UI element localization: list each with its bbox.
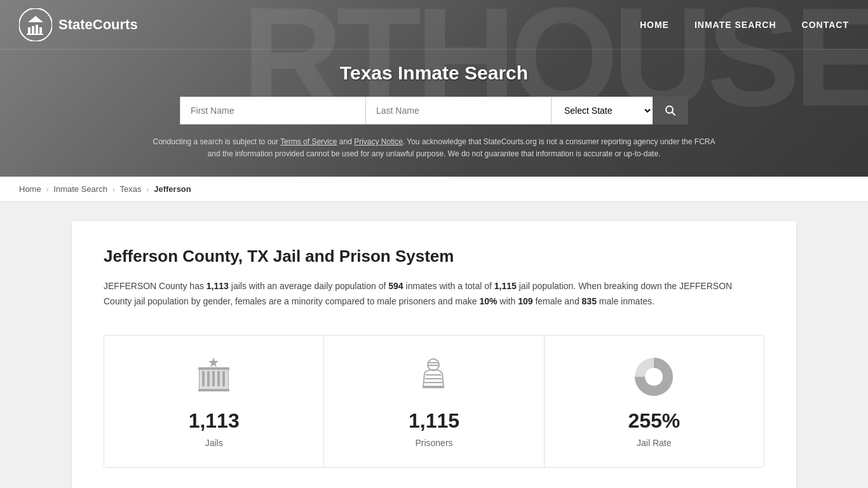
stats-grid: 1,113 Jails	[104, 335, 764, 468]
stat-rate-number: 255%	[628, 409, 680, 433]
breadcrumb-inmate-search[interactable]: Inmate Search	[53, 184, 107, 194]
stat-prisoners: 1,115 Prisoners	[324, 336, 544, 467]
hero-title: Texas Inmate Search	[13, 62, 855, 84]
stat-prisoners-number: 1,115	[409, 409, 459, 433]
desc-female: 109	[518, 296, 532, 306]
svg-rect-5	[27, 34, 43, 35]
logo-icon	[19, 8, 52, 41]
search-icon	[665, 105, 676, 116]
breadcrumb-current: Jefferson	[154, 184, 191, 194]
svg-rect-13	[207, 371, 210, 386]
nav-home[interactable]: HOME	[640, 20, 669, 30]
last-name-input[interactable]	[365, 97, 551, 125]
breadcrumb: Home › Inmate Search › Texas › Jefferson	[0, 177, 868, 202]
content-card: Jefferson County, TX Jail and Prison Sys…	[72, 221, 796, 488]
svg-rect-15	[217, 371, 220, 386]
svg-rect-3	[36, 25, 38, 34]
svg-point-27	[645, 368, 663, 386]
header: RTHOUSE StateCourts HOME INMATE SEARCH C…	[0, 0, 868, 177]
breadcrumb-state[interactable]: Texas	[120, 184, 142, 194]
main-content: Jefferson County, TX Jail and Prison Sys…	[53, 202, 815, 488]
rate-icon	[632, 355, 676, 399]
stat-jails-number: 1,113	[189, 409, 240, 433]
svg-rect-16	[222, 371, 225, 386]
nav-links: HOME INMATE SEARCH CONTACT	[640, 20, 849, 30]
svg-rect-18	[198, 367, 229, 370]
site-logo[interactable]: StateCourts	[19, 8, 138, 41]
navbar: StateCourts HOME INMATE SEARCH CONTACT	[0, 0, 868, 50]
svg-line-8	[672, 112, 675, 116]
desc-avg-pop: 594	[388, 281, 403, 291]
svg-rect-2	[32, 26, 34, 34]
breadcrumb-home[interactable]: Home	[19, 184, 41, 194]
county-description: JEFFERSON County has 1,113 jails with an…	[104, 279, 739, 309]
county-title: Jefferson County, TX Jail and Prison Sys…	[104, 247, 764, 266]
svg-rect-12	[202, 371, 205, 386]
stat-jails: 1,113 Jails	[104, 336, 324, 467]
stat-jails-label: Jails	[205, 438, 223, 448]
svg-marker-9	[208, 357, 219, 367]
terms-link[interactable]: Terms of Service	[280, 137, 337, 146]
desc-male: 835	[582, 296, 597, 306]
state-select[interactable]: Select State Texas California Florida Ne…	[551, 97, 653, 125]
breadcrumb-sep-1: ›	[46, 186, 49, 193]
logo-text: StateCourts	[58, 17, 138, 33]
breadcrumb-sep-3: ›	[147, 186, 149, 193]
prisoner-icon	[413, 355, 454, 399]
nav-contact[interactable]: CONTACT	[802, 20, 849, 30]
svg-rect-17	[198, 389, 229, 391]
stat-rate-label: Jail Rate	[637, 438, 671, 448]
disclaimer-text: Conducting a search is subject to our Te…	[148, 136, 720, 170]
hero-section: Texas Inmate Search Select State Texas C…	[0, 50, 868, 177]
first-name-input[interactable]	[180, 97, 365, 125]
svg-marker-6	[28, 16, 43, 22]
svg-rect-4	[39, 27, 42, 34]
stat-jail-rate: 255% Jail Rate	[545, 336, 764, 467]
nav-inmate-search[interactable]: INMATE SEARCH	[695, 20, 776, 30]
desc-total-pop: 1,115	[494, 281, 517, 291]
search-button[interactable]	[653, 97, 688, 125]
svg-rect-21	[428, 365, 439, 366]
stat-prisoners-label: Prisoners	[415, 438, 452, 448]
svg-rect-1	[28, 27, 31, 34]
breadcrumb-sep-2: ›	[112, 186, 115, 193]
desc-jails: 1,113	[207, 281, 229, 291]
svg-rect-14	[212, 371, 215, 386]
desc-percent: 10%	[479, 296, 497, 306]
jail-icon	[193, 355, 234, 399]
search-form: Select State Texas California Florida Ne…	[180, 97, 688, 125]
svg-rect-20	[428, 362, 439, 363]
privacy-link[interactable]: Privacy Notice	[354, 137, 403, 146]
